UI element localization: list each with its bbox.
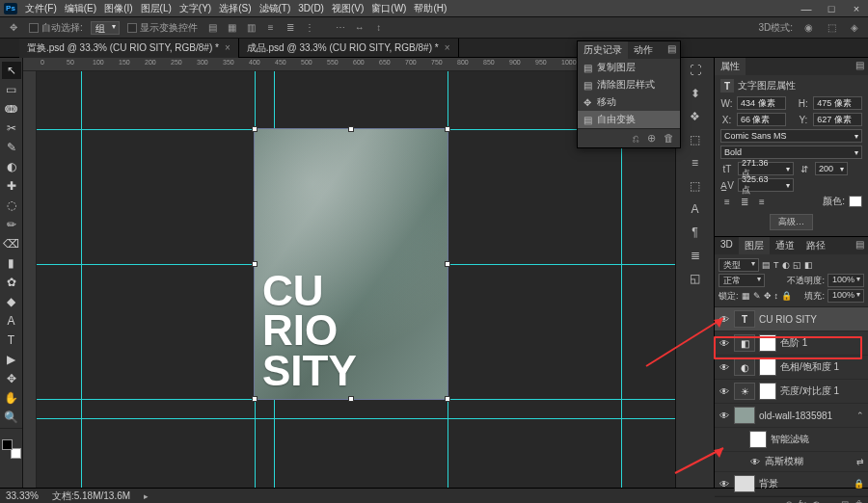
align-right-icon-p[interactable]: ≡ bbox=[755, 197, 769, 207]
guide-v-1[interactable] bbox=[81, 71, 82, 488]
opacity-input[interactable]: 100% bbox=[827, 274, 864, 287]
move-tool-icon[interactable]: ✥ bbox=[6, 20, 21, 36]
tab-actions[interactable]: 动作 bbox=[628, 41, 659, 59]
menu-filter[interactable]: 滤镜(T) bbox=[259, 2, 291, 15]
layer-mask-thumb[interactable] bbox=[759, 383, 776, 400]
distribute-v-icon[interactable]: ↔ bbox=[352, 20, 367, 36]
layer-gaussian-blur[interactable]: 👁 高斯模糊 ⇄ bbox=[715, 452, 868, 472]
menu-help[interactable]: 帮助(H) bbox=[414, 2, 447, 15]
x-input[interactable]: 66 像素 bbox=[737, 113, 786, 126]
advanced-button[interactable]: 高级… bbox=[770, 214, 813, 230]
tool-brush[interactable]: ◌ bbox=[2, 197, 21, 214]
tool-path[interactable]: ▶ bbox=[2, 351, 21, 368]
history-item-clear-style[interactable]: ▤ 清除图层样式 bbox=[578, 76, 680, 93]
fg-bg-colors[interactable] bbox=[2, 439, 21, 459]
tab-channels[interactable]: 通道 bbox=[770, 237, 800, 254]
tool-zoom[interactable]: 🔍 bbox=[2, 409, 21, 426]
new-layer-icon[interactable]: ⊞ bbox=[841, 499, 849, 503]
align-bottom-icon[interactable]: ⋮ bbox=[302, 20, 317, 36]
align-top-icon[interactable]: ≡ bbox=[263, 20, 279, 36]
layer-mask-thumb[interactable] bbox=[759, 334, 776, 352]
doc-size[interactable]: 文档:5.18M/13.6M bbox=[52, 490, 130, 503]
layer-visibility-icon[interactable]: 👁 bbox=[719, 410, 730, 421]
font-family-select[interactable]: Comic Sans MS bbox=[720, 129, 862, 143]
menu-window[interactable]: 窗口(W) bbox=[371, 2, 406, 15]
filter-shape-icon[interactable]: ◱ bbox=[793, 260, 801, 270]
image-text[interactable]: CU RIO SITY bbox=[262, 271, 357, 391]
distribute-spacing-icon[interactable]: ↕ bbox=[371, 20, 387, 36]
width-input[interactable]: 434 像素 bbox=[737, 96, 786, 110]
mode3d-orbit-icon[interactable]: ◉ bbox=[800, 20, 816, 36]
layer-visibility-icon[interactable]: 👁 bbox=[719, 362, 730, 373]
menu-view[interactable]: 视图(V) bbox=[332, 2, 364, 15]
menu-layer[interactable]: 图层(L) bbox=[141, 2, 172, 15]
lock-nest-icon[interactable]: ↕ bbox=[774, 291, 779, 301]
doc-tab-2-close-icon[interactable]: × bbox=[445, 42, 450, 53]
side-actions-icon[interactable]: ⬚ bbox=[690, 179, 700, 193]
tool-dodge[interactable]: ◆ bbox=[2, 293, 21, 310]
filter-type-icon[interactable]: T bbox=[773, 260, 779, 270]
delete-state-icon[interactable]: 🗑 bbox=[664, 132, 674, 145]
side-navigator-icon[interactable]: ◱ bbox=[690, 272, 700, 285]
menu-select[interactable]: 选择(S) bbox=[219, 2, 251, 15]
tool-move[interactable]: ↖ bbox=[2, 62, 21, 79]
auto-select-check[interactable]: 自动选择: bbox=[29, 21, 83, 35]
tab-properties[interactable]: 属性 bbox=[715, 58, 746, 75]
filter-kind-select[interactable]: 类型 bbox=[719, 258, 759, 272]
side-adjust-icon[interactable]: ❖ bbox=[690, 110, 700, 123]
tool-pen[interactable]: A bbox=[2, 312, 21, 330]
layer-smart-filters[interactable]: 智能滤镜 bbox=[715, 428, 868, 452]
align-left-icon[interactable]: ▤ bbox=[205, 20, 221, 36]
layer-adj-hue[interactable]: 👁 ◐ 色相/饱和度 1 bbox=[715, 356, 868, 380]
lock-pos-icon[interactable]: ✥ bbox=[764, 291, 772, 301]
guide-h-4[interactable] bbox=[37, 418, 675, 419]
distribute-h-icon[interactable]: ⋯ bbox=[333, 20, 348, 36]
layer-name[interactable]: old-wall-1835981 bbox=[759, 410, 853, 421]
tab-paths[interactable]: 路径 bbox=[800, 237, 831, 254]
layer-smart-object[interactable]: 👁 old-wall-1835981 ⌃ bbox=[715, 404, 868, 428]
menu-edit[interactable]: 编辑(E) bbox=[65, 2, 96, 15]
tool-quick-select[interactable]: ✂ bbox=[2, 119, 21, 137]
layer-adj-levels[interactable]: 👁 ◧ 色阶 1 bbox=[715, 331, 868, 356]
layer-adj-brightness[interactable]: 👁 ☀ 亮度/对比度 1 bbox=[715, 380, 868, 404]
text-color-swatch[interactable] bbox=[849, 196, 862, 207]
layer-text-curiosity[interactable]: 👁 T CU RIO SITY bbox=[715, 307, 868, 331]
tool-type[interactable]: T bbox=[2, 331, 21, 349]
new-snapshot-icon[interactable]: ⊕ bbox=[647, 132, 656, 145]
lock-paint-icon[interactable]: ✎ bbox=[753, 291, 761, 301]
menu-type[interactable]: 文字(Y) bbox=[179, 2, 211, 15]
guide-v-4[interactable] bbox=[448, 71, 448, 488]
layer-visibility-icon[interactable]: 👁 bbox=[719, 479, 730, 490]
doc-tab-1-close-icon[interactable]: × bbox=[225, 42, 231, 53]
align-center-h-icon[interactable]: ▦ bbox=[225, 20, 240, 36]
layer-name[interactable]: 色相/饱和度 1 bbox=[780, 360, 864, 374]
properties-menu-icon[interactable]: ▤ bbox=[852, 58, 868, 75]
align-center-icon-p[interactable]: ≣ bbox=[738, 197, 751, 207]
tab-history[interactable]: 历史记录 bbox=[578, 41, 628, 59]
window-close-icon[interactable]: × bbox=[849, 3, 864, 14]
fill-input[interactable]: 100% bbox=[827, 289, 864, 303]
tool-shape[interactable]: ✥ bbox=[2, 370, 21, 387]
filter-adjust-icon[interactable]: ◐ bbox=[782, 260, 790, 270]
status-menu-icon[interactable]: ▸ bbox=[144, 491, 149, 501]
new-group-icon[interactable]: ▭ bbox=[827, 499, 835, 503]
layer-name[interactable]: 智能滤镜 bbox=[771, 433, 864, 446]
tab-layers[interactable]: 图层 bbox=[739, 237, 770, 254]
side-color-icon[interactable]: ⛶ bbox=[690, 64, 701, 77]
tool-healing[interactable]: ✚ bbox=[2, 177, 21, 195]
layer-name[interactable]: 色阶 1 bbox=[780, 336, 864, 350]
align-right-icon[interactable]: ▥ bbox=[244, 20, 259, 36]
mode3d-dolly-icon[interactable]: ◈ bbox=[847, 20, 862, 36]
side-paragraph-icon[interactable]: ¶ bbox=[692, 225, 697, 239]
layer-visibility-icon[interactable]: 👁 bbox=[719, 314, 730, 325]
layer-name[interactable]: 背景 bbox=[759, 477, 850, 490]
tool-lasso[interactable]: ↈ bbox=[2, 100, 21, 118]
window-minimize-icon[interactable]: — bbox=[799, 3, 814, 14]
doc-tab-2[interactable]: 成品.psd @ 33.3% (CU RIO SITY, RGB/8#) * × bbox=[239, 39, 459, 58]
layer-name[interactable]: CU RIO SITY bbox=[759, 314, 864, 325]
y-input[interactable]: 627 像素 bbox=[813, 113, 862, 126]
zoom-level[interactable]: 33.33% bbox=[6, 490, 39, 501]
snapshot-icon[interactable]: ⎌ bbox=[633, 132, 639, 145]
layer-name[interactable]: 高斯模糊 bbox=[765, 455, 853, 468]
guide-h-3[interactable] bbox=[37, 399, 675, 400]
